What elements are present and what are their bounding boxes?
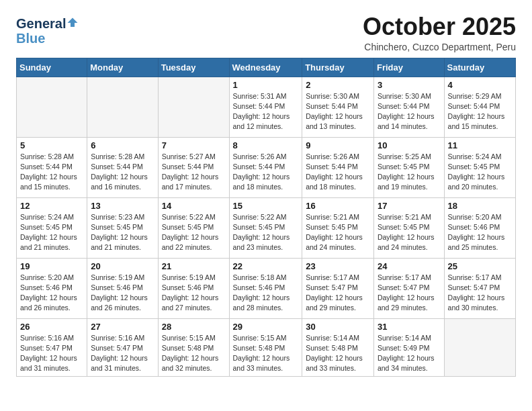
weekday-header-row: SundayMondayTuesdayWednesdayThursdayFrid… <box>17 58 516 77</box>
logo-icon <box>66 17 79 29</box>
day-number: 27 <box>91 322 154 332</box>
day-number: 25 <box>448 261 512 271</box>
calendar-cell: 8Sunrise: 5:26 AMSunset: 5:44 PMDaylight… <box>229 137 302 197</box>
day-info: Sunrise: 5:20 AMSunset: 5:46 PMDaylight:… <box>448 212 512 253</box>
calendar-cell: 10Sunrise: 5:25 AMSunset: 5:45 PMDayligh… <box>373 137 444 197</box>
calendar-cell: 21Sunrise: 5:19 AMSunset: 5:46 PMDayligh… <box>158 258 229 318</box>
week-row-5: 26Sunrise: 5:16 AMSunset: 5:47 PMDayligh… <box>17 318 516 377</box>
day-info: Sunrise: 5:21 AMSunset: 5:45 PMDaylight:… <box>306 212 370 253</box>
calendar-cell <box>444 318 515 377</box>
day-number: 15 <box>233 201 299 211</box>
calendar-cell: 16Sunrise: 5:21 AMSunset: 5:45 PMDayligh… <box>302 197 374 258</box>
calendar-cell: 20Sunrise: 5:19 AMSunset: 5:46 PMDayligh… <box>87 258 158 318</box>
header: General Blue October 2025 Chinchero, Cuz… <box>16 13 516 52</box>
logo-text-blue: Blue <box>16 31 79 46</box>
day-info: Sunrise: 5:25 AMSunset: 5:45 PMDaylight:… <box>378 152 441 193</box>
calendar-cell: 3Sunrise: 5:30 AMSunset: 5:44 PMDaylight… <box>373 77 444 137</box>
week-row-4: 19Sunrise: 5:20 AMSunset: 5:46 PMDayligh… <box>17 258 516 318</box>
calendar-cell: 25Sunrise: 5:17 AMSunset: 5:47 PMDayligh… <box>444 258 515 318</box>
day-info: Sunrise: 5:30 AMSunset: 5:44 PMDaylight:… <box>306 91 370 132</box>
calendar-cell: 1Sunrise: 5:31 AMSunset: 5:44 PMDaylight… <box>229 77 302 137</box>
calendar-cell: 6Sunrise: 5:28 AMSunset: 5:44 PMDaylight… <box>87 137 158 197</box>
calendar-cell: 2Sunrise: 5:30 AMSunset: 5:44 PMDaylight… <box>302 77 374 137</box>
calendar-cell: 28Sunrise: 5:15 AMSunset: 5:48 PMDayligh… <box>158 318 229 377</box>
week-row-2: 5Sunrise: 5:28 AMSunset: 5:44 PMDaylight… <box>17 137 516 197</box>
calendar-cell: 18Sunrise: 5:20 AMSunset: 5:46 PMDayligh… <box>444 197 515 258</box>
weekday-sunday: Sunday <box>17 58 87 77</box>
weekday-tuesday: Tuesday <box>158 58 229 77</box>
calendar-cell: 30Sunrise: 5:14 AMSunset: 5:48 PMDayligh… <box>302 318 374 377</box>
calendar-cell: 19Sunrise: 5:20 AMSunset: 5:46 PMDayligh… <box>17 258 87 318</box>
calendar-cell <box>17 77 87 137</box>
day-info: Sunrise: 5:23 AMSunset: 5:45 PMDaylight:… <box>91 212 154 253</box>
day-number: 13 <box>91 201 154 211</box>
weekday-thursday: Thursday <box>302 58 374 77</box>
day-info: Sunrise: 5:15 AMSunset: 5:48 PMDaylight:… <box>162 333 226 374</box>
calendar-cell: 27Sunrise: 5:16 AMSunset: 5:47 PMDayligh… <box>87 318 158 377</box>
calendar-cell: 26Sunrise: 5:16 AMSunset: 5:47 PMDayligh… <box>17 318 87 377</box>
day-number: 10 <box>378 140 441 150</box>
calendar: SundayMondayTuesdayWednesdayThursdayFrid… <box>16 58 516 377</box>
calendar-cell: 24Sunrise: 5:17 AMSunset: 5:47 PMDayligh… <box>373 258 444 318</box>
day-info: Sunrise: 5:17 AMSunset: 5:47 PMDaylight:… <box>448 273 512 314</box>
calendar-cell: 4Sunrise: 5:29 AMSunset: 5:44 PMDaylight… <box>444 77 515 137</box>
calendar-cell: 31Sunrise: 5:14 AMSunset: 5:49 PMDayligh… <box>373 318 444 377</box>
day-number: 14 <box>162 201 226 211</box>
day-number: 9 <box>306 140 370 150</box>
calendar-cell <box>87 77 158 137</box>
calendar-cell: 22Sunrise: 5:18 AMSunset: 5:46 PMDayligh… <box>229 258 302 318</box>
day-number: 5 <box>20 140 83 150</box>
day-number: 8 <box>233 140 299 150</box>
day-info: Sunrise: 5:31 AMSunset: 5:44 PMDaylight:… <box>233 91 299 132</box>
day-number: 19 <box>20 261 83 271</box>
day-info: Sunrise: 5:17 AMSunset: 5:47 PMDaylight:… <box>378 273 441 314</box>
day-info: Sunrise: 5:22 AMSunset: 5:45 PMDaylight:… <box>233 212 299 253</box>
calendar-cell: 9Sunrise: 5:26 AMSunset: 5:44 PMDaylight… <box>302 137 374 197</box>
day-number: 18 <box>448 201 512 211</box>
day-info: Sunrise: 5:26 AMSunset: 5:44 PMDaylight:… <box>306 152 370 193</box>
weekday-wednesday: Wednesday <box>229 58 302 77</box>
day-info: Sunrise: 5:21 AMSunset: 5:45 PMDaylight:… <box>378 212 441 253</box>
title-section: October 2025 Chinchero, Cuzco Department… <box>363 13 516 52</box>
weekday-monday: Monday <box>87 58 158 77</box>
day-info: Sunrise: 5:28 AMSunset: 5:44 PMDaylight:… <box>20 152 83 193</box>
day-info: Sunrise: 5:14 AMSunset: 5:48 PMDaylight:… <box>306 333 370 374</box>
day-info: Sunrise: 5:16 AMSunset: 5:47 PMDaylight:… <box>20 333 83 374</box>
day-number: 31 <box>378 322 441 332</box>
day-info: Sunrise: 5:24 AMSunset: 5:45 PMDaylight:… <box>20 212 83 253</box>
day-number: 2 <box>306 80 370 90</box>
day-number: 26 <box>20 322 83 332</box>
day-number: 16 <box>306 201 370 211</box>
calendar-cell: 23Sunrise: 5:17 AMSunset: 5:47 PMDayligh… <box>302 258 374 318</box>
day-info: Sunrise: 5:19 AMSunset: 5:46 PMDaylight:… <box>91 273 154 314</box>
day-number: 20 <box>91 261 154 271</box>
day-info: Sunrise: 5:19 AMSunset: 5:46 PMDaylight:… <box>162 273 226 314</box>
day-number: 11 <box>448 140 512 150</box>
day-number: 21 <box>162 261 226 271</box>
day-number: 24 <box>378 261 441 271</box>
day-number: 23 <box>306 261 370 271</box>
day-number: 30 <box>306 322 370 332</box>
calendar-cell <box>158 77 229 137</box>
day-number: 6 <box>91 140 154 150</box>
day-info: Sunrise: 5:27 AMSunset: 5:44 PMDaylight:… <box>162 152 226 193</box>
calendar-cell: 7Sunrise: 5:27 AMSunset: 5:44 PMDaylight… <box>158 137 229 197</box>
day-info: Sunrise: 5:17 AMSunset: 5:47 PMDaylight:… <box>306 273 370 314</box>
day-info: Sunrise: 5:14 AMSunset: 5:49 PMDaylight:… <box>378 333 441 374</box>
logo-text-general: General <box>16 16 66 31</box>
day-info: Sunrise: 5:29 AMSunset: 5:44 PMDaylight:… <box>448 91 512 132</box>
calendar-cell: 17Sunrise: 5:21 AMSunset: 5:45 PMDayligh… <box>373 197 444 258</box>
location: Chinchero, Cuzco Department, Peru <box>363 42 516 52</box>
week-row-3: 12Sunrise: 5:24 AMSunset: 5:45 PMDayligh… <box>17 197 516 258</box>
calendar-cell: 5Sunrise: 5:28 AMSunset: 5:44 PMDaylight… <box>17 137 87 197</box>
day-number: 22 <box>233 261 299 271</box>
day-number: 3 <box>378 80 441 90</box>
day-info: Sunrise: 5:15 AMSunset: 5:48 PMDaylight:… <box>233 333 299 374</box>
day-number: 28 <box>162 322 226 332</box>
day-number: 12 <box>20 201 83 211</box>
day-info: Sunrise: 5:30 AMSunset: 5:44 PMDaylight:… <box>378 91 441 132</box>
day-info: Sunrise: 5:16 AMSunset: 5:47 PMDaylight:… <box>91 333 154 374</box>
day-info: Sunrise: 5:26 AMSunset: 5:44 PMDaylight:… <box>233 152 299 193</box>
weekday-friday: Friday <box>373 58 444 77</box>
day-info: Sunrise: 5:24 AMSunset: 5:45 PMDaylight:… <box>448 152 512 193</box>
